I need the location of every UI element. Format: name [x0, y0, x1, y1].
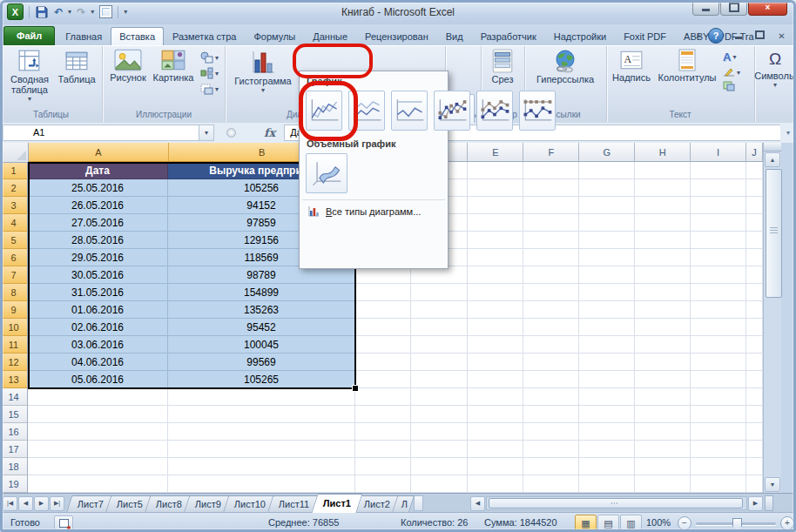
cell-E15[interactable] — [468, 406, 523, 423]
horizontal-scroll-track[interactable] — [486, 496, 747, 510]
cell-G10[interactable] — [579, 319, 635, 336]
column-header-G[interactable]: G — [579, 143, 635, 162]
cell-G1[interactable] — [579, 162, 635, 179]
cell-J14[interactable] — [746, 388, 763, 406]
cell-D10[interactable] — [411, 319, 468, 336]
cell-A12[interactable]: 04.06.2016 — [28, 354, 168, 371]
close-button[interactable]: × — [748, 0, 787, 16]
macro-record-icon[interactable] — [54, 515, 73, 530]
pivot-table-button[interactable]: Сводная таблица ▾ — [7, 49, 52, 102]
cell-E7[interactable] — [468, 266, 523, 284]
ribbon-tab-data[interactable]: Данные — [304, 27, 356, 45]
slicer-button[interactable]: Срез — [487, 49, 518, 84]
row-header-7[interactable]: 7 — [0, 266, 28, 284]
zoom-thumb[interactable] — [732, 518, 742, 530]
cell-C13[interactable] — [355, 371, 411, 388]
cell-F17[interactable] — [523, 441, 579, 458]
cell-E13[interactable] — [468, 371, 523, 388]
cell-C15[interactable] — [355, 406, 411, 423]
cell-E10[interactable] — [468, 319, 523, 336]
cell-I8[interactable] — [691, 284, 746, 301]
cell-C9[interactable] — [355, 301, 411, 319]
cell-J15[interactable] — [746, 406, 763, 423]
cell-C16[interactable] — [355, 423, 411, 441]
zoom-in-icon[interactable]: + — [780, 516, 794, 530]
ribbon-tab-page-layout[interactable]: Разметка стра — [164, 27, 245, 45]
cell-B17[interactable] — [168, 441, 355, 458]
cell-E3[interactable] — [468, 197, 523, 214]
cell-G4[interactable] — [579, 214, 635, 232]
cell-G3[interactable] — [579, 197, 635, 214]
cell-A11[interactable]: 03.06.2016 — [28, 336, 168, 354]
help-icon[interactable]: ? — [708, 28, 724, 44]
clipart-button[interactable]: Картинка — [151, 49, 196, 83]
symbols-button[interactable]: Ω Символы ▾ — [758, 49, 793, 88]
cell-B13[interactable]: 105265 — [168, 371, 355, 388]
cell-J6[interactable] — [746, 249, 763, 266]
scroll-down-icon[interactable]: ▼ — [765, 477, 780, 492]
cell-E19[interactable] — [468, 475, 523, 493]
cell-E1[interactable] — [468, 162, 523, 179]
cell-G16[interactable] — [579, 423, 635, 441]
cell-I3[interactable] — [691, 197, 746, 214]
column-header-I[interactable]: I — [691, 143, 746, 162]
cell-I18[interactable] — [691, 458, 746, 475]
cell-G8[interactable] — [579, 284, 635, 301]
cell-E9[interactable] — [468, 301, 523, 319]
column-header-A[interactable]: A — [29, 143, 169, 162]
cell-F19[interactable] — [523, 475, 579, 493]
cell-D9[interactable] — [411, 301, 468, 319]
cell-G13[interactable] — [579, 371, 635, 388]
cell-I4[interactable] — [691, 214, 746, 232]
chart-type-line-markers-thumbnail[interactable] — [434, 91, 470, 131]
cell-E5[interactable] — [468, 232, 523, 249]
cell-G18[interactable] — [579, 458, 635, 475]
cell-B10[interactable]: 95452 — [168, 319, 355, 336]
ribbon-tab-developer[interactable]: Разработчик — [472, 27, 545, 45]
object-button[interactable] — [723, 81, 735, 91]
cell-C10[interactable] — [355, 319, 411, 336]
table-button[interactable]: Таблица — [56, 49, 98, 84]
minimize-button[interactable] — [692, 0, 719, 16]
cell-F2[interactable] — [523, 179, 579, 197]
page-layout-view-icon[interactable]: ▤ — [597, 515, 619, 532]
cell-H16[interactable] — [635, 423, 691, 441]
row-header-17[interactable]: 17 — [0, 441, 28, 458]
page-break-view-icon[interactable]: ▥ — [620, 515, 642, 532]
cell-E16[interactable] — [468, 423, 523, 441]
cell-H17[interactable] — [635, 441, 691, 458]
shapes-button[interactable]: ▾ — [200, 51, 219, 64]
cell-B11[interactable]: 100045 — [168, 336, 355, 354]
cell-A14[interactable] — [28, 388, 168, 406]
chart-type-line-100-thumbnail[interactable] — [391, 91, 428, 131]
cell-D13[interactable] — [411, 371, 468, 388]
cell-I12[interactable] — [691, 354, 746, 371]
wordart-button[interactable]: А▾ — [723, 51, 736, 64]
cell-D11[interactable] — [411, 336, 468, 354]
cell-A19[interactable] — [28, 475, 168, 493]
chart-type-line-3d-thumbnail[interactable] — [306, 153, 347, 193]
cell-C17[interactable] — [355, 441, 411, 458]
cell-H12[interactable] — [635, 354, 691, 371]
row-header-15[interactable]: 15 — [0, 406, 28, 423]
vertical-scrollbar[interactable]: ▲ ▼ — [763, 143, 781, 493]
histogram-button[interactable]: Гистограмма ▾ — [233, 49, 293, 93]
formula-bar-grip[interactable] — [226, 128, 236, 138]
cell-G11[interactable] — [579, 336, 635, 354]
cell-C8[interactable] — [355, 284, 411, 301]
cell-E18[interactable] — [468, 458, 523, 475]
cell-I6[interactable] — [691, 249, 746, 266]
fill-handle[interactable] — [352, 385, 359, 392]
cell-D19[interactable] — [411, 475, 468, 493]
cell-G14[interactable] — [579, 388, 635, 406]
cell-G2[interactable] — [579, 179, 635, 197]
cell-F10[interactable] — [523, 319, 579, 336]
cell-J4[interactable] — [746, 214, 763, 232]
cell-F3[interactable] — [523, 197, 579, 214]
cell-G15[interactable] — [579, 406, 635, 423]
cell-F11[interactable] — [523, 336, 579, 354]
cell-C19[interactable] — [355, 475, 411, 493]
cell-H3[interactable] — [635, 197, 691, 214]
cell-G17[interactable] — [579, 441, 635, 458]
row-header-8[interactable]: 8 — [0, 284, 28, 301]
